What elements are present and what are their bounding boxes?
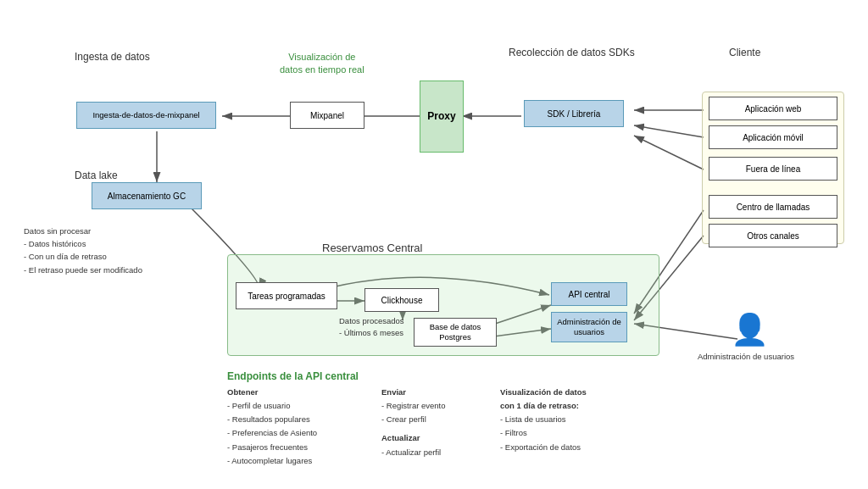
obtener-item-5: - Autocompletar lugares xyxy=(227,454,317,468)
actualizar-title: Actualizar xyxy=(381,431,446,445)
proxy-box: Proxy xyxy=(420,81,464,153)
obtener-item-4: - Pasajeros frecuentes xyxy=(227,441,317,454)
api-central-box: API central xyxy=(551,282,627,306)
person-icon: 👤 xyxy=(729,312,770,347)
admin-usuarios-box: Administración de usuarios xyxy=(551,312,627,342)
app-movil-box: Aplicación móvil xyxy=(709,125,837,149)
obtener-item-1: - Perfil de usuario xyxy=(227,399,317,413)
obtener-title: Obtener xyxy=(227,386,317,399)
datos-procesados-note: Datos procesados - Últimos 6 meses xyxy=(339,315,404,340)
fuera-linea-box: Fuera de línea xyxy=(709,157,837,181)
actualizar-item-1: - Actualizar perfil xyxy=(381,446,446,459)
centro-llamadas-box: Centro de llamadas xyxy=(709,195,837,219)
enviar-title: Enviar xyxy=(381,386,446,399)
svg-line-8 xyxy=(634,136,704,169)
vis-item-2: - Filtros xyxy=(500,426,587,440)
visualizacion-label: Visualización de datos en tiempo real xyxy=(280,51,364,77)
obtener-item-2: - Resultados populares xyxy=(227,413,317,426)
reservamos-label: Reservamos Central xyxy=(322,242,423,254)
cliente-label: Cliente xyxy=(729,47,760,58)
endpoints-visualizacion: Visualización de datoscon 1 día de retra… xyxy=(500,386,587,454)
postgres-box: Base de datos Postgres xyxy=(414,318,497,347)
datos-sin-procesar-note: Datos sin procesar - Datos históricos - … xyxy=(24,225,142,276)
svg-line-7 xyxy=(634,125,704,137)
almacenamiento-box: Almacenamiento GC xyxy=(92,182,202,209)
tareas-box: Tareas programadas xyxy=(236,282,337,309)
diagram: Ingesta de datos Ingesta-de-datos-de-mix… xyxy=(0,0,868,489)
otros-canales-box: Otros canales xyxy=(709,224,837,247)
enviar-item-2: - Crear perfil xyxy=(381,413,446,426)
enviar-item-1: - Registrar evento xyxy=(381,399,446,413)
ingesta-mixpanel-box: Ingesta-de-datos-de-mixpanel xyxy=(76,102,216,129)
visualizacion-col-title: Visualización de datoscon 1 día de retra… xyxy=(500,386,587,413)
vis-item-1: - Lista de usuarios xyxy=(500,413,587,426)
endpoints-enviar: Enviar - Registrar evento - Crear perfil… xyxy=(381,386,446,459)
endpoints-label: Endpoints de la API central xyxy=(227,370,359,382)
app-web-box: Aplicación web xyxy=(709,97,837,120)
datalake-label: Data lake xyxy=(75,169,118,181)
vis-item-3: - Exportación de datos xyxy=(500,441,587,454)
endpoints-obtener: Obtener - Perfil de usuario - Resultados… xyxy=(227,386,317,468)
recoleccion-label: Recolección de datos SDKs xyxy=(509,47,635,58)
sdk-box: SDK / Librería xyxy=(524,100,624,127)
clickhouse-box: Clickhouse xyxy=(364,288,439,312)
admin-usuarios-label: Administración de usuarios xyxy=(695,352,797,361)
obtener-item-3: - Preferencias de Asiento xyxy=(227,426,317,440)
mixpanel-box: Mixpanel xyxy=(290,102,364,129)
ingesta-label: Ingesta de datos xyxy=(75,51,150,63)
